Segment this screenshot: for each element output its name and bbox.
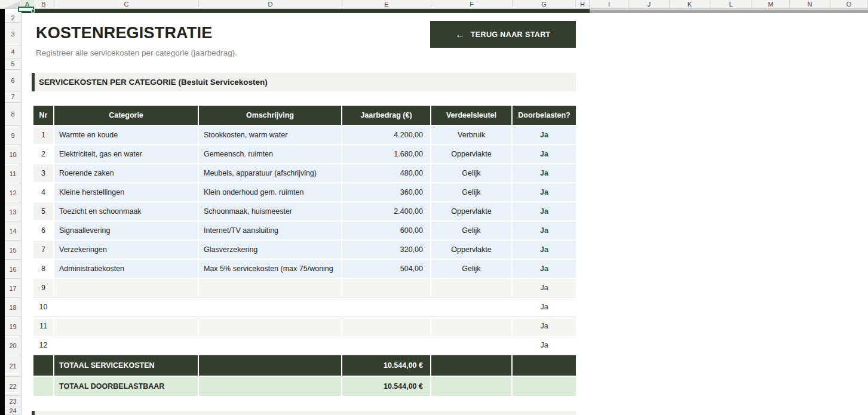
cell-r5-omschrijving[interactable]: Schoonmaak, huismeester — [199, 202, 342, 220]
row-header-14[interactable]: 14 — [5, 222, 22, 241]
row-header-3[interactable]: 3 — [5, 23, 22, 45]
cell-r10-omschrijving[interactable] — [199, 298, 342, 316]
cell-r12-nr[interactable]: 12 — [33, 336, 54, 354]
cell-r7-categorie[interactable]: Verzekeringen — [54, 241, 199, 259]
cell-r1-doorbelasten[interactable]: Ja — [513, 126, 576, 144]
column-header-n[interactable]: N — [790, 0, 830, 9]
cell-r9-doorbelasten[interactable]: Ja — [513, 279, 576, 297]
cell-r1-jaarbedrag[interactable]: 4.200,00 — [342, 126, 431, 144]
column-header-e[interactable]: E — [342, 0, 431, 9]
cell-r3-omschrijving[interactable]: Meubels, apparatuur (afschrijving) — [199, 164, 342, 182]
row-header-20[interactable]: 20 — [5, 336, 22, 355]
cell-r7-omschrijving[interactable]: Glasverzekering — [199, 241, 342, 259]
row-header-7[interactable]: 7 — [5, 91, 22, 103]
row-header-12[interactable]: 12 — [5, 183, 22, 202]
row-header-8[interactable]: 8 — [5, 103, 22, 126]
cell-r2-verdeelsleutel[interactable]: Oppervlakte — [431, 145, 513, 163]
row-header-11[interactable]: 11 — [5, 164, 22, 183]
cell-r1-omschrijving[interactable]: Stookkosten, warm water — [199, 126, 342, 144]
cell-r8-verdeelsleutel[interactable]: Gelijk — [431, 260, 513, 278]
cell-r11-nr[interactable]: 11 — [33, 317, 54, 335]
row-header-22[interactable]: 22 — [5, 377, 22, 396]
cell-r2-omschrijving[interactable]: Gemeensch. ruimten — [199, 145, 342, 163]
cell-r2-doorbelasten[interactable]: Ja — [513, 145, 576, 163]
cell-r10-nr[interactable]: 10 — [33, 298, 54, 316]
cell-r6-categorie[interactable]: Signaallevering — [54, 222, 199, 239]
cell-r9-nr[interactable]: 9 — [33, 279, 54, 297]
cell-r2-jaarbedrag[interactable]: 1.680,00 — [342, 145, 431, 163]
cell-r8-omschrijving[interactable]: Max 5% servicekosten (max 75/woning — [199, 260, 342, 278]
cell-r8-doorbelasten[interactable]: Ja — [513, 260, 576, 278]
cell-r7-doorbelasten[interactable]: Ja — [513, 241, 576, 259]
row-header-10[interactable]: 10 — [5, 145, 22, 164]
cell-r10-categorie[interactable] — [54, 298, 199, 316]
cell-r7-nr[interactable]: 7 — [33, 241, 54, 259]
column-header-i[interactable]: I — [590, 0, 629, 9]
column-header-d[interactable]: D — [199, 0, 342, 9]
row-header-16[interactable]: 16 — [5, 260, 22, 279]
cell-r6-omschrijving[interactable]: Internet/TV aansluiting — [199, 222, 342, 239]
cell-r7-verdeelsleutel[interactable]: Oppervlakte — [431, 241, 513, 259]
row-header-21[interactable]: 21 — [5, 355, 22, 377]
cell-r1-categorie[interactable]: Warmte en koude — [54, 126, 199, 144]
cell-r12-jaarbedrag[interactable] — [342, 336, 431, 354]
column-header-k[interactable]: K — [670, 0, 710, 9]
cell-r5-doorbelasten[interactable]: Ja — [513, 202, 576, 220]
cell-r4-verdeelsleutel[interactable]: Gelijk — [431, 183, 513, 201]
row-header-24[interactable]: 24 — [5, 407, 22, 415]
cell-r10-jaarbedrag[interactable] — [342, 298, 431, 316]
cell-r6-jaarbedrag[interactable]: 600,00 — [342, 222, 431, 239]
cell-r2-categorie[interactable]: Elektriciteit, gas en water — [54, 145, 199, 163]
cell-r3-jaarbedrag[interactable]: 480,00 — [342, 164, 431, 182]
cell-r3-verdeelsleutel[interactable]: Gelijk — [431, 164, 513, 182]
row-header-9[interactable]: 9 — [5, 126, 22, 145]
cell-r8-categorie[interactable]: Administratiekosten — [54, 260, 199, 278]
cell-r9-categorie[interactable] — [54, 279, 199, 297]
cell-r7-jaarbedrag[interactable]: 320,00 — [342, 241, 431, 259]
row-header-5[interactable]: 5 — [5, 59, 22, 70]
cell-r12-verdeelsleutel[interactable] — [431, 336, 513, 354]
cell-r5-verdeelsleutel[interactable]: Oppervlakte — [431, 202, 513, 220]
cell-r5-categorie[interactable]: Toezicht en schoonmaak — [54, 202, 199, 220]
cell-r11-jaarbedrag[interactable] — [342, 317, 431, 335]
cell-r12-omschrijving[interactable] — [199, 336, 342, 354]
column-header-h[interactable]: H — [576, 0, 590, 9]
cell-r10-verdeelsleutel[interactable] — [431, 298, 513, 316]
selected-cell-a1[interactable] — [18, 7, 34, 12]
cell-r4-omschrijving[interactable]: Klein onderhoud gem. ruimten — [199, 183, 342, 201]
cell-r3-nr[interactable]: 3 — [33, 164, 54, 182]
cell-r11-categorie[interactable] — [54, 317, 199, 335]
cell-r3-categorie[interactable]: Roerende zaken — [54, 164, 199, 182]
column-header-g[interactable]: G — [513, 0, 576, 9]
column-header-o[interactable]: O — [830, 0, 868, 9]
cell-r12-doorbelasten[interactable]: Ja — [513, 336, 576, 354]
cell-r1-nr[interactable]: 1 — [33, 126, 54, 144]
cell-r11-verdeelsleutel[interactable] — [431, 317, 513, 335]
cell-r9-verdeelsleutel[interactable] — [431, 279, 513, 297]
row-header-23[interactable]: 23 — [5, 396, 22, 407]
cell-r8-jaarbedrag[interactable]: 504,00 — [342, 260, 431, 278]
cell-r4-categorie[interactable]: Kleine herstellingen — [54, 183, 199, 201]
row-header-17[interactable]: 17 — [5, 279, 22, 298]
cell-r4-doorbelasten[interactable]: Ja — [513, 183, 576, 201]
row-header-19[interactable]: 19 — [5, 317, 22, 336]
cell-r1-verdeelsleutel[interactable]: Verbruik — [431, 126, 513, 144]
row-header-4[interactable]: 4 — [5, 45, 22, 59]
cell-r10-doorbelasten[interactable]: Ja — [513, 298, 576, 316]
cell-r11-doorbelasten[interactable]: Ja — [513, 317, 576, 335]
cell-r9-jaarbedrag[interactable] — [342, 279, 431, 297]
cell-r2-nr[interactable]: 2 — [33, 145, 54, 163]
cell-r5-jaarbedrag[interactable]: 2.400,00 — [342, 202, 431, 220]
cell-r4-nr[interactable]: 4 — [33, 183, 54, 201]
cell-r4-jaarbedrag[interactable]: 360,00 — [342, 183, 431, 201]
row-header-6[interactable]: 6 — [5, 70, 22, 91]
cell-r6-verdeelsleutel[interactable]: Gelijk — [431, 222, 513, 239]
row-header-2[interactable]: 2 — [5, 13, 22, 23]
row-header-13[interactable]: 13 — [5, 202, 22, 222]
column-header-m[interactable]: M — [752, 0, 790, 9]
column-header-c[interactable]: C — [54, 0, 199, 9]
cell-r6-nr[interactable]: 6 — [33, 222, 54, 239]
cell-r3-doorbelasten[interactable]: Ja — [513, 164, 576, 182]
row-header-18[interactable]: 18 — [5, 298, 22, 317]
cell-r6-doorbelasten[interactable]: Ja — [513, 222, 576, 239]
